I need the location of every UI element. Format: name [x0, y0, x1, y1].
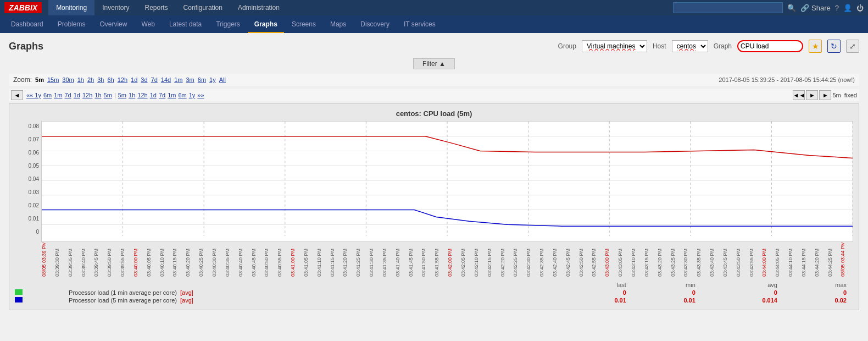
period-link-1h-r[interactable]: 1h: [129, 92, 135, 98]
x-label: 03:40:25 PM: [198, 243, 212, 277]
x-label: 03:41:10 PM: [316, 243, 330, 277]
tab-triggers[interactable]: Triggers: [209, 15, 247, 33]
next-button[interactable]: ►: [819, 90, 831, 100]
refresh-button[interactable]: ↻: [827, 40, 841, 53]
tab-web[interactable]: Web: [135, 15, 161, 33]
power-icon[interactable]: ⏻: [856, 4, 864, 12]
zoom-1h[interactable]: 1h: [77, 76, 84, 83]
x-label: 03:41:25 PM: [355, 243, 369, 277]
tab-latest-data[interactable]: Latest data: [163, 15, 208, 33]
x-label: 03:40:05 PM: [146, 243, 159, 277]
nav-reports[interactable]: Reports: [137, 0, 176, 15]
share-icon[interactable]: 🔗 Share: [800, 4, 830, 12]
period-link-5m-r[interactable]: 5m: [118, 92, 126, 98]
tab-it-services[interactable]: IT services: [397, 15, 442, 33]
zoom-6h[interactable]: 6h: [107, 76, 114, 83]
x-label: 03:44:10 PM: [788, 243, 801, 277]
nav-configuration[interactable]: Configuration: [176, 0, 230, 15]
zoom-6m[interactable]: 6m: [198, 76, 206, 83]
period-link-7d-r[interactable]: 7d: [159, 92, 165, 98]
period-link-6m-r[interactable]: 6m: [178, 92, 186, 98]
zoom-row: Zoom: 5m 15m 30m 1h 2h 3h 6h 12h 1d 3d 7…: [9, 74, 859, 86]
x-label: 03:39:35 PM: [68, 243, 81, 277]
filter-toggle-row: Filter ▲: [9, 58, 859, 69]
zoom-in-button[interactable]: ◄◄: [793, 90, 805, 100]
group-select[interactable]: Virtual machines: [582, 40, 647, 52]
x-axis: 08/05 03:39 PM 03:39:30 PM 03:39:35 PM 0…: [41, 243, 853, 277]
zoom-1y[interactable]: 1y: [209, 76, 216, 83]
search-icon[interactable]: 🔍: [787, 4, 796, 12]
period-link-12h-r[interactable]: 12h: [137, 92, 147, 98]
period-link-1d[interactable]: 1d: [74, 92, 80, 98]
x-label: 03:41:15 PM: [330, 243, 343, 277]
zoom-3h[interactable]: 3h: [97, 76, 104, 83]
period-links: «« 1y 6m 1m 7d 1d 12h 1h 5m | 5m 1h 12h …: [26, 92, 793, 98]
period-link-1d-r[interactable]: 1d: [150, 92, 157, 98]
main-content: Graphs Group Virtual machines Host cento…: [0, 33, 868, 317]
zoom-15m[interactable]: 15m: [47, 76, 59, 83]
tab-graphs[interactable]: Graphs: [248, 15, 284, 33]
prev-button[interactable]: ◄: [11, 90, 23, 100]
fixed-label: fixed: [844, 92, 857, 98]
zoom-3m[interactable]: 3m: [186, 76, 194, 83]
filter-toggle-button[interactable]: Filter ▲: [413, 58, 455, 69]
graph-label: Graph: [714, 42, 732, 50]
tab-problems[interactable]: Problems: [51, 15, 92, 33]
tab-screens[interactable]: Screens: [285, 15, 322, 33]
fullscreen-button[interactable]: ⤢: [846, 40, 859, 53]
nav-inventory[interactable]: Inventory: [94, 0, 137, 15]
legend-avg-1: 0: [702, 289, 784, 296]
zoom-30m[interactable]: 30m: [62, 76, 74, 83]
x-label: 03:43:20 PM: [657, 243, 670, 277]
zoom-label: Zoom:: [13, 76, 32, 84]
nav-monitoring[interactable]: Monitoring: [48, 0, 94, 15]
zoom-5m[interactable]: 5m: [35, 76, 44, 83]
period-link-1m[interactable]: 1m: [54, 92, 62, 98]
x-label: 03:42:35 PM: [539, 243, 552, 277]
zoom-7d[interactable]: 7d: [151, 76, 158, 83]
x-label: 03:42:45 PM: [565, 243, 578, 277]
period-link-6m[interactable]: 6m: [43, 92, 52, 98]
legend-last-1: 0: [564, 289, 633, 296]
tab-discovery[interactable]: Discovery: [354, 15, 396, 33]
legend-header-avg: avg: [702, 281, 784, 289]
host-select[interactable]: centos: [672, 40, 708, 52]
right-nav-btns: ◄◄ ► ► 5m fixed: [793, 90, 857, 100]
zoom-all[interactable]: All: [219, 76, 226, 83]
x-label: 08/05 03:44 PM: [840, 243, 853, 277]
filters-bar: Group Virtual machines Host centos Graph…: [558, 40, 859, 53]
group-label: Group: [558, 42, 576, 50]
x-label: 03:44:20 PM: [814, 243, 827, 277]
zoom-14d[interactable]: 14d: [161, 76, 171, 83]
user-icon[interactable]: 👤: [843, 4, 852, 12]
help-icon[interactable]: ?: [835, 4, 839, 12]
x-label: 03:39:55 PM: [120, 243, 133, 277]
tab-overview[interactable]: Overview: [93, 15, 133, 33]
zoom-out-button[interactable]: ►: [806, 90, 818, 100]
zoom-1m[interactable]: 1m: [174, 76, 182, 83]
zoom-12h[interactable]: 12h: [118, 76, 127, 83]
period-link-1m-r[interactable]: 1m: [168, 92, 176, 98]
zoom-1d[interactable]: 1d: [131, 76, 137, 83]
legend-header-max: max: [784, 281, 853, 289]
tab-maps[interactable]: Maps: [324, 15, 353, 33]
period-link-5m-l[interactable]: 5m: [104, 92, 112, 98]
period-link-12h[interactable]: 12h: [82, 92, 92, 98]
period-link-1y-r[interactable]: 1y: [189, 92, 196, 98]
nav-administration[interactable]: Administration: [230, 0, 287, 15]
period-link-end[interactable]: »»: [197, 92, 204, 98]
x-label: 03:41:50 PM: [421, 243, 434, 277]
tab-dashboard[interactable]: Dashboard: [4, 15, 50, 33]
x-label: 08/05 03:39 PM: [41, 243, 54, 277]
zoom-3d[interactable]: 3d: [141, 76, 147, 83]
period-link-start[interactable]: «« 1y: [26, 92, 41, 98]
x-label: 03:43:35 PM: [696, 243, 709, 277]
period-link-1h[interactable]: 1h: [94, 92, 101, 98]
graph-input[interactable]: [737, 40, 803, 52]
search-input[interactable]: [673, 2, 783, 13]
period-link-7d[interactable]: 7d: [64, 92, 71, 98]
star-button[interactable]: ★: [809, 40, 822, 53]
x-label: 03:41:00 PM: [290, 243, 303, 277]
page-header: Graphs Group Virtual machines Host cento…: [9, 40, 859, 53]
zoom-2h[interactable]: 2h: [87, 76, 94, 83]
